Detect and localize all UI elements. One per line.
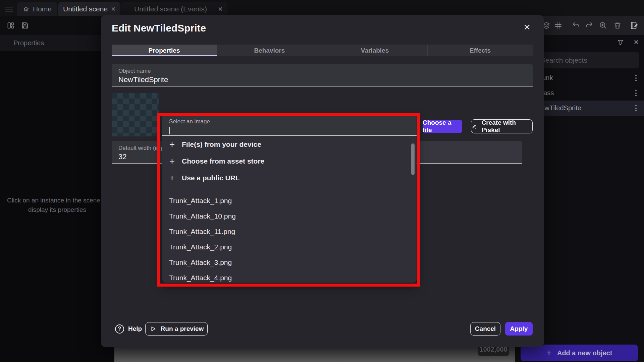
tab-effects[interactable]: Effects bbox=[427, 45, 533, 56]
home-icon bbox=[23, 6, 30, 12]
tab-untitled-scene-events[interactable]: Untitled scene (Events) × bbox=[121, 2, 227, 16]
delete-button[interactable] bbox=[613, 21, 622, 30]
kebab-menu-icon[interactable] bbox=[635, 90, 637, 96]
kebab-menu-icon[interactable] bbox=[635, 75, 637, 81]
zoom-button[interactable] bbox=[598, 21, 608, 30]
file-name: Trunk_Attack_4.png bbox=[169, 274, 232, 282]
pencil-icon bbox=[471, 123, 478, 130]
tab-label: Untitled scene (Events) bbox=[134, 5, 207, 13]
text-cursor bbox=[169, 127, 170, 134]
kebab-menu-icon[interactable] bbox=[635, 105, 637, 111]
button-label: Run a preview bbox=[161, 325, 204, 333]
close-icon[interactable]: × bbox=[218, 5, 223, 13]
tab-behaviors[interactable]: Behaviors bbox=[217, 45, 322, 56]
close-icon[interactable]: × bbox=[111, 5, 116, 13]
picker-action-asset-store[interactable]: + Choose from asset store bbox=[162, 153, 417, 170]
tab-label: Home bbox=[33, 5, 52, 13]
trash-icon bbox=[613, 21, 622, 29]
save-button[interactable] bbox=[20, 21, 30, 30]
edit-scene-properties-button[interactable] bbox=[630, 21, 639, 30]
picker-file-item[interactable]: Trunk_Attack_2.png bbox=[162, 239, 417, 255]
dialog-tabs: Properties Behaviors Variables Effects bbox=[112, 45, 533, 56]
message-line: display its properties bbox=[0, 205, 114, 215]
tab-home[interactable]: Home bbox=[17, 2, 57, 16]
action-label: Choose from asset store bbox=[182, 157, 264, 165]
tab-untitled-scene[interactable]: Untitled scene × bbox=[58, 2, 120, 16]
file-name: Trunk_Attack_2.png bbox=[169, 243, 232, 251]
panels-layout-button[interactable] bbox=[6, 21, 15, 30]
filter-button[interactable] bbox=[616, 38, 625, 47]
filter-icon bbox=[616, 39, 625, 47]
file-name: Trunk_Attack_11.png bbox=[169, 228, 235, 236]
save-icon bbox=[21, 21, 29, 29]
empty-selection-message: Click on an instance in the scene to dis… bbox=[0, 196, 114, 215]
redo-icon bbox=[585, 21, 593, 30]
panel-title-label: Properties bbox=[13, 39, 44, 47]
divider bbox=[168, 190, 411, 190]
button-label: Apply bbox=[510, 325, 528, 333]
dialog-title: Edit NewTiledSprite bbox=[112, 22, 206, 34]
tab-properties[interactable]: Properties bbox=[112, 45, 217, 56]
properties-panel: Properties Click on an instance in the s… bbox=[0, 35, 114, 362]
edit-object-dialog: Edit NewTiledSprite × Properties Behavio… bbox=[101, 15, 544, 347]
grid-button[interactable] bbox=[553, 21, 563, 30]
close-panel-icon[interactable]: × bbox=[632, 37, 641, 47]
action-label: Use a public URL bbox=[182, 174, 240, 182]
separator bbox=[626, 19, 626, 32]
button-label: Cancel bbox=[475, 325, 496, 333]
plus-icon: + bbox=[168, 139, 176, 150]
picker-file-item[interactable]: Trunk_Attack_3.png bbox=[162, 255, 417, 270]
plus-icon: + bbox=[168, 156, 176, 167]
gdevelop-app: Home Untitled scene × Untitled scene (Ev… bbox=[0, 0, 644, 362]
close-icon[interactable]: × bbox=[524, 20, 530, 34]
create-with-piskel-button[interactable]: Create with Piskel bbox=[471, 119, 533, 133]
picker-file-item[interactable]: Trunk_Attack_10.png bbox=[162, 208, 417, 224]
tab-variables[interactable]: Variables bbox=[322, 45, 427, 56]
picker-action-public-url[interactable]: + Use a public URL bbox=[162, 170, 417, 186]
tab-label: Untitled scene bbox=[63, 5, 108, 13]
action-label: File(s) from your device bbox=[182, 140, 261, 148]
picker-file-item[interactable]: Trunk_Attack_4.png bbox=[162, 270, 417, 283]
object-name-field[interactable]: Object name NewTiledSprite bbox=[112, 64, 533, 86]
help-icon: ? bbox=[115, 324, 124, 334]
field-label: Select an image bbox=[169, 118, 210, 125]
button-label: Help bbox=[128, 325, 142, 333]
message-line: Click on an instance in the scene to bbox=[0, 196, 114, 205]
add-new-object-button[interactable]: + Add a new object bbox=[521, 345, 638, 361]
grid-icon bbox=[554, 21, 562, 29]
undo-icon bbox=[572, 21, 581, 30]
panel-title: Properties bbox=[0, 35, 114, 51]
file-name: Trunk_Attack_10.png bbox=[169, 212, 236, 220]
play-icon bbox=[149, 325, 157, 333]
apply-button[interactable]: Apply bbox=[505, 322, 533, 336]
plus-icon: + bbox=[168, 173, 176, 183]
file-name: Trunk_Attack_3.png bbox=[169, 258, 232, 266]
button-label: Choose a file bbox=[423, 119, 462, 134]
select-image-field[interactable]: Select an image bbox=[162, 116, 417, 136]
choose-a-file-button[interactable]: Choose a file bbox=[423, 120, 462, 133]
cancel-button[interactable]: Cancel bbox=[470, 322, 500, 336]
field-label: Object name bbox=[118, 68, 151, 74]
panels-layout-icon bbox=[7, 21, 15, 29]
topbar: Home Untitled scene × Untitled scene (Ev… bbox=[0, 0, 644, 16]
image-picker-popover: Select an image + File(s) from your devi… bbox=[162, 116, 417, 283]
add-object-label: Add a new object bbox=[557, 349, 612, 357]
zoom-in-icon bbox=[599, 21, 607, 30]
sprite-thumbnail[interactable] bbox=[112, 93, 159, 136]
plus-icon: + bbox=[546, 348, 552, 358]
picker-action-files-from-device[interactable]: + File(s) from your device bbox=[162, 136, 417, 153]
scene-canvas[interactable] bbox=[114, 347, 515, 362]
button-label: Create with Piskel bbox=[482, 119, 532, 134]
undo-button[interactable] bbox=[572, 21, 581, 30]
notebook-edit-icon bbox=[630, 21, 639, 30]
picker-file-item[interactable]: Trunk_Attack_11.png bbox=[162, 224, 417, 239]
picker-file-item[interactable]: Trunk_Attack_1.png bbox=[162, 193, 417, 208]
field-value: 32 bbox=[118, 153, 126, 161]
run-a-preview-button[interactable]: Run a preview bbox=[145, 322, 208, 336]
image-picker-list: + File(s) from your device + Choose from… bbox=[162, 136, 417, 283]
menu-icon[interactable] bbox=[5, 7, 13, 11]
file-name: Trunk_Attack_1.png bbox=[169, 197, 232, 205]
scrollbar-thumb[interactable] bbox=[411, 143, 415, 175]
redo-button[interactable] bbox=[584, 21, 594, 30]
help-button[interactable]: ? Help bbox=[115, 322, 142, 336]
